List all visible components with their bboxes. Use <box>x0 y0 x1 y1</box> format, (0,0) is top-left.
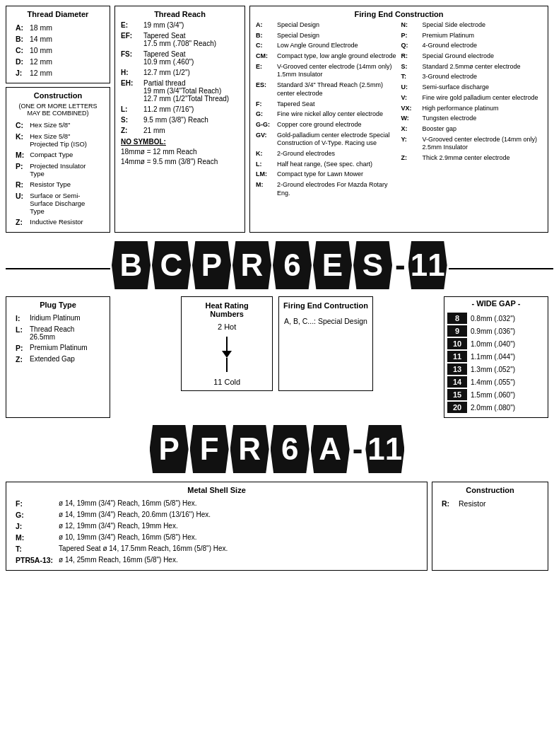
heat-cold-label: 11 Cold <box>186 378 268 386</box>
construction-code: C: <box>13 120 26 130</box>
metal-shell-table: F:ø 14, 19mm (3/4") Reach, 16mm (5/8") H… <box>12 497 421 566</box>
wide-gap-row: 90.9mm (.036") <box>447 325 545 337</box>
firing-value: Fine wire nickel alloy center electrode <box>277 110 383 119</box>
metal-shell-value: ø 12, 19mm (3/4") Reach, 19mm Hex. <box>57 521 420 531</box>
firing-entry: G:Fine wire nickel alloy center electrod… <box>256 110 397 119</box>
metal-shell-value: ø 14, 19mm (3/4") Reach, 20.6mm (13/16")… <box>57 510 420 520</box>
firing-entry: G-G:Copper core ground electrode <box>256 121 397 129</box>
firing-code: V: <box>401 94 423 101</box>
wide-gap-num: 13 <box>447 364 467 375</box>
reach-value: 11.2 mm (7/16") <box>143 105 194 113</box>
construction-code: U: <box>13 191 26 216</box>
thread-reach-entry: E:19 mm (3/4") <box>121 21 239 29</box>
thread-value: 14 mm <box>28 34 54 44</box>
plug-char: 11 <box>365 425 404 473</box>
firing-value: Standard 3/4" Thread Reach (2.5mm) cente… <box>277 81 397 98</box>
reach-code: EH: <box>121 79 143 87</box>
thread-reach-entry: H:12.7 mm (1/2") <box>121 69 239 76</box>
bottom-section: Metal Shell Size F:ø 14, 19mm (3/4") Rea… <box>6 482 548 571</box>
metal-shell-row: M:ø 10, 19mm (3/4") Reach, 16mm (5/8") H… <box>13 533 420 542</box>
firing-value: 2-Ground electrodes For Mazda Rotary Eng… <box>277 181 397 197</box>
plug-type-row: L:Thread Reach 26.5mm <box>13 325 102 342</box>
firing-code: U: <box>401 83 423 91</box>
thread-diameter-row: A:18 mm <box>13 23 54 33</box>
no-symbol-item: 18mmø = 12 mm Reach <box>121 148 239 156</box>
firing-value: V-Grooved center electrode (14mm only) 1… <box>277 63 397 79</box>
const-bottom-value: Resistor <box>456 499 488 508</box>
firing-value: Standard 2.5mmø center electrode <box>423 63 521 71</box>
firing-code: ES: <box>256 81 277 88</box>
plug-char: 6 <box>273 241 312 289</box>
construction-row: P:Projected Insulator Type <box>13 161 102 178</box>
wide-gap-row: 80.8mm (.032") <box>447 313 545 324</box>
firing-entry: W:Tungsten electrode <box>401 115 543 123</box>
firing-value: Half heat range, (See spec. chart) <box>277 161 372 169</box>
plug1-chars: BCPR6ES-11 <box>112 241 447 289</box>
metal-shell-title: Metal Shell Size <box>12 486 421 494</box>
wide-gap-num: 10 <box>447 338 467 349</box>
firing-value: Tapered Seat <box>277 100 315 109</box>
construction-value: Hex Size 5/8" Projected Tip (ISO) <box>28 132 102 149</box>
construction-value: Resistor Type <box>28 180 102 190</box>
thread-value: 12 mm <box>28 57 54 66</box>
plug-type-row: P:Premium Platinum <box>13 343 102 353</box>
construction-code: K: <box>13 132 26 149</box>
no-symbol-item: 14mmø = 9.5 mm (3/8") Reach <box>121 158 239 165</box>
plug-type-value: Thread Reach 26.5mm <box>28 325 102 342</box>
plug-dash: - <box>395 248 406 283</box>
plug-type-row: I:Iridium Platinum <box>13 313 102 323</box>
reach-code: E: <box>121 21 143 29</box>
page-container: Thread Diameter A:18 mmB:14 mmC:10 mmD:1… <box>6 6 548 571</box>
firing-entry: ES:Standard 3/4" Thread Reach (2.5mm) ce… <box>256 81 397 98</box>
heat-arrow <box>186 331 268 378</box>
metal-shell-code: G: <box>13 510 55 520</box>
construction-bottom-box: Construction R:Resistor <box>432 482 548 571</box>
plug-type-title: Plug Type <box>12 301 104 309</box>
firing-value: V-Grooved center electrode (14mm only) 2… <box>423 136 543 152</box>
wide-gap-title: - WIDE GAP - <box>444 296 548 310</box>
thread-diameter-row: C:10 mm <box>13 45 54 55</box>
plug-dash: - <box>353 431 363 467</box>
firing-entry: C:Low Angle Ground Electrode <box>256 42 397 50</box>
wide-gap-val: 1.1mm (.044") <box>471 353 515 361</box>
thread-diameter-title: Thread Diameter <box>12 10 104 18</box>
wide-gap-rows: 80.8mm (.032")90.9mm (.036")101.0mm (.04… <box>444 310 548 418</box>
metal-shell-value: ø 10, 19mm (3/4") Reach, 16mm (5/8") Hex… <box>57 533 420 542</box>
firing-value: 2-Ground electrodes <box>277 150 335 158</box>
firing-entry: E:V-Grooved center electrode (14mm only)… <box>256 63 397 79</box>
plug-type-value: Iridium Platinum <box>28 313 102 323</box>
construction-value: Projected Insulator Type <box>28 161 102 178</box>
no-symbol-title: NO SYMBOL: <box>121 138 239 146</box>
firing-code: Q: <box>401 42 423 49</box>
plug-char: F <box>190 425 229 473</box>
wide-gap-val: 0.8mm (.032") <box>471 315 515 322</box>
firing-entry: M:2-Ground electrodes For Mazda Rotary E… <box>256 181 397 197</box>
firing-entry: X:Booster gap <box>401 125 543 134</box>
construction-subtitle: (ONE OR MORE LETTERS MAY BE COMBINED) <box>12 103 104 117</box>
wide-gap-row: 202.0mm (.080") <box>447 402 545 413</box>
firing-entry: U:Semi-surface discharge <box>401 83 543 92</box>
reach-code: S: <box>121 116 143 124</box>
firing-entry: CM:Compact type, low angle ground electr… <box>256 52 397 61</box>
plug-type-table: I:Iridium PlatinumL:Thread Reach 26.5mmP… <box>12 312 104 366</box>
plug2-display-wrapper: PFR6A-11 <box>6 421 548 477</box>
plug1-display: BCPR6ES-11 <box>110 235 449 295</box>
construction-row: R:Resistor Type <box>13 180 102 190</box>
plug-char: R <box>230 425 269 473</box>
metal-shell-box: Metal Shell Size F:ø 14, 19mm (3/4") Rea… <box>6 482 428 571</box>
metal-shell-code: T: <box>13 544 55 554</box>
firing-end-title: Firing End Construction <box>256 10 542 18</box>
wide-gap-num: 15 <box>447 389 467 400</box>
plug-char: R <box>232 241 271 289</box>
firing-code: T: <box>401 73 423 80</box>
plug-char: 11 <box>408 241 447 289</box>
thread-code: A: <box>13 23 26 33</box>
reach-code: FS: <box>121 50 143 58</box>
construction-top-table: C:Hex Size 5/8"K:Hex Size 5/8" Projected… <box>12 119 104 228</box>
firing-construction-lower-value: A, B, C...: Special Design <box>283 317 368 325</box>
firing-code: W: <box>401 115 423 122</box>
construction-code: M: <box>13 150 26 160</box>
firing-entry: R:Special Ground electrode <box>401 52 543 61</box>
construction-value: Surface or Semi-Surface Discharge Type <box>28 191 102 216</box>
construction-value: Hex Size 5/8" <box>28 120 102 130</box>
